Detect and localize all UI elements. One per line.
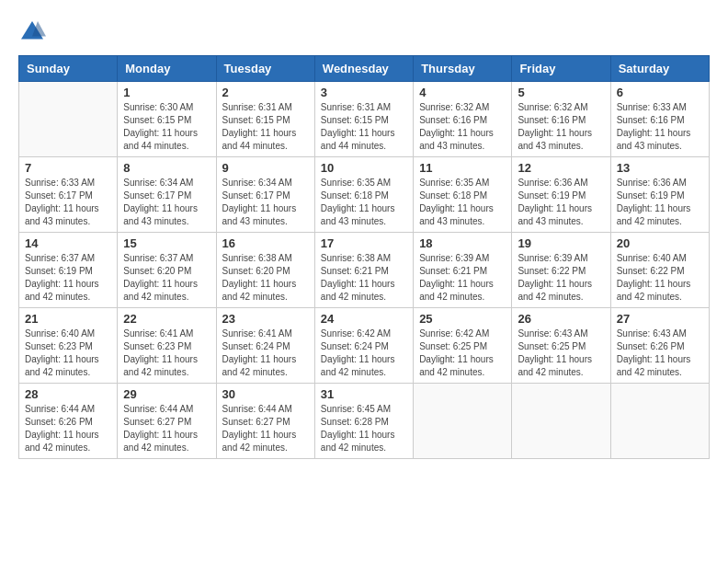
day-number: 20	[617, 236, 703, 250]
day-detail: Sunrise: 6:41 AMSunset: 6:24 PMDaylight:…	[222, 327, 309, 379]
calendar-cell: 14Sunrise: 6:37 AMSunset: 6:19 PMDayligh…	[19, 233, 118, 308]
day-number: 21	[25, 312, 111, 326]
day-number: 2	[222, 86, 309, 99]
calendar-table: SundayMondayTuesdayWednesdayThursdayFrid…	[18, 55, 710, 459]
day-number: 1	[123, 86, 210, 99]
day-header-tuesday: Tuesday	[216, 56, 314, 82]
calendar-cell: 18Sunrise: 6:39 AMSunset: 6:21 PMDayligh…	[414, 233, 512, 308]
calendar-week-row: 7Sunrise: 6:33 AMSunset: 6:17 PMDaylight…	[19, 157, 710, 233]
day-number: 19	[518, 236, 604, 250]
day-header-sunday: Sunday	[19, 56, 118, 82]
calendar-cell	[512, 384, 610, 459]
calendar-cell	[414, 384, 512, 459]
logo	[18, 18, 50, 46]
day-detail: Sunrise: 6:42 AMSunset: 6:25 PMDaylight:…	[419, 327, 506, 379]
calendar-cell: 26Sunrise: 6:43 AMSunset: 6:25 PMDayligh…	[512, 308, 610, 384]
day-number: 7	[25, 161, 111, 175]
day-detail: Sunrise: 6:44 AMSunset: 6:27 PMDaylight:…	[222, 403, 309, 454]
day-detail: Sunrise: 6:33 AMSunset: 6:17 PMDaylight:…	[25, 177, 111, 228]
calendar-cell: 19Sunrise: 6:39 AMSunset: 6:22 PMDayligh…	[512, 233, 610, 308]
day-number: 30	[222, 387, 309, 401]
calendar-cell: 23Sunrise: 6:41 AMSunset: 6:24 PMDayligh…	[216, 308, 314, 384]
day-number: 28	[25, 387, 111, 401]
calendar-week-row: 14Sunrise: 6:37 AMSunset: 6:19 PMDayligh…	[19, 233, 710, 308]
day-number: 22	[123, 312, 210, 326]
day-number: 14	[25, 236, 111, 250]
day-detail: Sunrise: 6:31 AMSunset: 6:15 PMDaylight:…	[321, 101, 407, 153]
calendar-cell: 30Sunrise: 6:44 AMSunset: 6:27 PMDayligh…	[216, 384, 314, 459]
calendar-cell: 17Sunrise: 6:38 AMSunset: 6:21 PMDayligh…	[314, 233, 413, 308]
day-detail: Sunrise: 6:38 AMSunset: 6:20 PMDaylight:…	[222, 252, 309, 304]
page-header	[18, 18, 710, 46]
calendar-cell: 20Sunrise: 6:40 AMSunset: 6:22 PMDayligh…	[610, 233, 709, 308]
day-number: 15	[123, 236, 210, 250]
day-number: 23	[222, 312, 309, 326]
calendar-cell: 2Sunrise: 6:31 AMSunset: 6:15 PMDaylight…	[216, 82, 314, 157]
calendar-cell: 1Sunrise: 6:30 AMSunset: 6:15 PMDaylight…	[118, 82, 216, 157]
calendar-cell: 22Sunrise: 6:41 AMSunset: 6:23 PMDayligh…	[118, 308, 216, 384]
day-detail: Sunrise: 6:34 AMSunset: 6:17 PMDaylight:…	[222, 177, 309, 228]
calendar-cell: 3Sunrise: 6:31 AMSunset: 6:15 PMDaylight…	[314, 82, 413, 157]
day-detail: Sunrise: 6:31 AMSunset: 6:15 PMDaylight:…	[222, 101, 309, 153]
day-number: 25	[419, 312, 506, 326]
day-number: 5	[518, 86, 604, 99]
day-number: 24	[321, 312, 407, 326]
calendar-cell: 29Sunrise: 6:44 AMSunset: 6:27 PMDayligh…	[118, 384, 216, 459]
day-detail: Sunrise: 6:39 AMSunset: 6:22 PMDaylight:…	[518, 252, 604, 304]
calendar-cell: 16Sunrise: 6:38 AMSunset: 6:20 PMDayligh…	[216, 233, 314, 308]
calendar-cell: 25Sunrise: 6:42 AMSunset: 6:25 PMDayligh…	[414, 308, 512, 384]
calendar-cell	[610, 384, 709, 459]
day-number: 13	[617, 161, 703, 175]
day-detail: Sunrise: 6:38 AMSunset: 6:21 PMDaylight:…	[321, 252, 407, 304]
day-detail: Sunrise: 6:43 AMSunset: 6:25 PMDaylight:…	[518, 327, 604, 379]
day-detail: Sunrise: 6:37 AMSunset: 6:19 PMDaylight:…	[25, 252, 111, 304]
logo-icon	[18, 18, 46, 46]
calendar-cell: 28Sunrise: 6:44 AMSunset: 6:26 PMDayligh…	[19, 384, 118, 459]
day-header-friday: Friday	[512, 56, 610, 82]
day-detail: Sunrise: 6:40 AMSunset: 6:22 PMDaylight:…	[617, 252, 703, 304]
day-detail: Sunrise: 6:35 AMSunset: 6:18 PMDaylight:…	[419, 177, 506, 228]
day-number: 10	[321, 161, 407, 175]
day-number: 18	[419, 236, 506, 250]
day-number: 3	[321, 86, 407, 99]
day-header-monday: Monday	[118, 56, 216, 82]
calendar-cell: 15Sunrise: 6:37 AMSunset: 6:20 PMDayligh…	[118, 233, 216, 308]
day-detail: Sunrise: 6:32 AMSunset: 6:16 PMDaylight:…	[518, 101, 604, 153]
day-detail: Sunrise: 6:45 AMSunset: 6:28 PMDaylight:…	[321, 403, 407, 454]
day-detail: Sunrise: 6:32 AMSunset: 6:16 PMDaylight:…	[419, 101, 506, 153]
day-header-saturday: Saturday	[610, 56, 709, 82]
day-number: 17	[321, 236, 407, 250]
calendar-cell: 10Sunrise: 6:35 AMSunset: 6:18 PMDayligh…	[314, 157, 413, 233]
calendar-cell: 8Sunrise: 6:34 AMSunset: 6:17 PMDaylight…	[118, 157, 216, 233]
calendar-cell: 6Sunrise: 6:33 AMSunset: 6:16 PMDaylight…	[610, 82, 709, 157]
day-number: 16	[222, 236, 309, 250]
day-number: 9	[222, 161, 309, 175]
day-detail: Sunrise: 6:44 AMSunset: 6:27 PMDaylight:…	[123, 403, 210, 454]
day-detail: Sunrise: 6:42 AMSunset: 6:24 PMDaylight:…	[321, 327, 407, 379]
day-number: 8	[123, 161, 210, 175]
calendar-week-row: 1Sunrise: 6:30 AMSunset: 6:15 PMDaylight…	[19, 82, 710, 157]
calendar-week-row: 21Sunrise: 6:40 AMSunset: 6:23 PMDayligh…	[19, 308, 710, 384]
day-header-thursday: Thursday	[414, 56, 512, 82]
day-number: 11	[419, 161, 506, 175]
calendar-week-row: 28Sunrise: 6:44 AMSunset: 6:26 PMDayligh…	[19, 384, 710, 459]
calendar-cell	[19, 82, 118, 157]
day-detail: Sunrise: 6:39 AMSunset: 6:21 PMDaylight:…	[419, 252, 506, 304]
calendar-cell: 27Sunrise: 6:43 AMSunset: 6:26 PMDayligh…	[610, 308, 709, 384]
calendar-cell: 24Sunrise: 6:42 AMSunset: 6:24 PMDayligh…	[314, 308, 413, 384]
calendar-cell: 9Sunrise: 6:34 AMSunset: 6:17 PMDaylight…	[216, 157, 314, 233]
calendar-cell: 13Sunrise: 6:36 AMSunset: 6:19 PMDayligh…	[610, 157, 709, 233]
day-detail: Sunrise: 6:36 AMSunset: 6:19 PMDaylight:…	[617, 177, 703, 228]
day-detail: Sunrise: 6:40 AMSunset: 6:23 PMDaylight:…	[25, 327, 111, 379]
day-detail: Sunrise: 6:36 AMSunset: 6:19 PMDaylight:…	[518, 177, 604, 228]
day-detail: Sunrise: 6:44 AMSunset: 6:26 PMDaylight:…	[25, 403, 111, 454]
calendar-cell: 7Sunrise: 6:33 AMSunset: 6:17 PMDaylight…	[19, 157, 118, 233]
calendar-cell: 11Sunrise: 6:35 AMSunset: 6:18 PMDayligh…	[414, 157, 512, 233]
calendar-cell: 31Sunrise: 6:45 AMSunset: 6:28 PMDayligh…	[314, 384, 413, 459]
day-number: 31	[321, 387, 407, 401]
calendar-cell: 5Sunrise: 6:32 AMSunset: 6:16 PMDaylight…	[512, 82, 610, 157]
day-detail: Sunrise: 6:37 AMSunset: 6:20 PMDaylight:…	[123, 252, 210, 304]
day-number: 26	[518, 312, 604, 326]
day-detail: Sunrise: 6:41 AMSunset: 6:23 PMDaylight:…	[123, 327, 210, 379]
day-detail: Sunrise: 6:35 AMSunset: 6:18 PMDaylight:…	[321, 177, 407, 228]
